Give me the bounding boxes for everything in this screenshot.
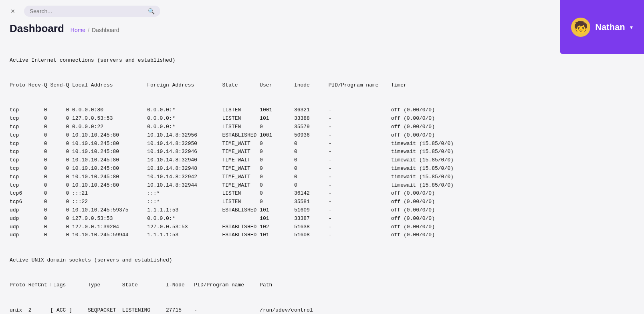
inet-section-header: Active Internet connections (servers and… bbox=[10, 56, 634, 65]
user-name: Nathan bbox=[595, 22, 625, 32]
inet-row: tcp 0 0 10.10.10.245:80 10.10.14.8:32950… bbox=[10, 140, 634, 148]
breadcrumb-separator: / bbox=[88, 27, 89, 33]
breadcrumb-current: Dashboard bbox=[92, 27, 119, 33]
topbar-left: × 🔍 bbox=[6, 5, 160, 18]
inet-row: tcp 0 0 127.0.0.53:53 0.0.0.0:* LISTEN 1… bbox=[10, 115, 634, 123]
inet-row: tcp6 0 0 :::21 :::* LISTEN 0 36142 - off… bbox=[10, 189, 634, 198]
breadcrumb: Home / Dashboard bbox=[71, 27, 119, 33]
unix-rows: unix 2 [ ACC ] SEQPACKET LISTENING 27715… bbox=[10, 306, 634, 314]
main-content: Dashboard Home / Dashboard Active Intern… bbox=[0, 22, 644, 314]
page-title: Dashboard bbox=[10, 22, 64, 35]
inet-row: tcp6 0 0 :::22 :::* LISTEN 0 35581 - off… bbox=[10, 198, 634, 206]
page-header: Dashboard Home / Dashboard bbox=[10, 22, 634, 35]
breadcrumb-home[interactable]: Home bbox=[71, 27, 85, 33]
inet-row: udp 0 0 127.0.0.1:39204 127.0.0.53:53 ES… bbox=[10, 223, 634, 231]
inet-row: tcp 0 0 0.0.0.0:22 0.0.0.0:* LISTEN 0 35… bbox=[10, 123, 634, 131]
unix-col-header: Proto RefCnt Flags Type State I-Node PID… bbox=[10, 281, 634, 290]
close-icon: × bbox=[11, 7, 15, 16]
inet-row: udp 0 0 10.10.10.245:59944 1.1.1.1:53 ES… bbox=[10, 231, 634, 240]
chevron-down-icon: ▾ bbox=[630, 24, 633, 30]
user-header[interactable]: 🧒 Nathan ▾ bbox=[560, 0, 644, 54]
search-box: 🔍 bbox=[24, 6, 160, 17]
inet-rows: tcp 0 0 0.0.0.0:80 0.0.0.0:* LISTEN 1001… bbox=[10, 106, 634, 240]
inet-row: tcp 0 0 10.10.10.245:80 10.10.14.8:32940… bbox=[10, 156, 634, 165]
avatar: 🧒 bbox=[571, 18, 590, 37]
inet-row: tcp 0 0 10.10.10.245:80 10.10.14.8:32956… bbox=[10, 131, 634, 140]
inet-row: tcp 0 0 10.10.10.245:80 10.10.14.8:32948… bbox=[10, 165, 634, 173]
inet-row: udp 0 0 127.0.0.53:53 0.0.0.0:* 101 3338… bbox=[10, 215, 634, 223]
topbar: × 🔍 ⤢ bbox=[0, 0, 644, 22]
unix-section-header: Active UNIX domain sockets (servers and … bbox=[10, 256, 634, 265]
search-input[interactable] bbox=[30, 8, 145, 14]
inet-col-header: Proto Recv-Q Send-Q Local Address Foreig… bbox=[10, 81, 634, 90]
search-icon: 🔍 bbox=[148, 8, 155, 14]
inet-row: tcp 0 0 10.10.10.245:80 10.10.14.8:32944… bbox=[10, 181, 634, 190]
unix-row: unix 2 [ ACC ] SEQPACKET LISTENING 27715… bbox=[10, 306, 634, 314]
inet-row: udp 0 0 10.10.10.245:59375 1.1.1.1:53 ES… bbox=[10, 206, 634, 215]
terminal-output: Active Internet connections (servers and… bbox=[10, 40, 634, 314]
inet-row: tcp 0 0 10.10.10.245:80 10.10.14.8:32946… bbox=[10, 148, 634, 156]
close-button[interactable]: × bbox=[6, 5, 19, 18]
inet-row: tcp 0 0 0.0.0.0:80 0.0.0.0:* LISTEN 1001… bbox=[10, 106, 634, 115]
avatar-emoji: 🧒 bbox=[574, 22, 588, 33]
inet-row: tcp 0 0 10.10.10.245:80 10.10.14.8:32942… bbox=[10, 173, 634, 181]
